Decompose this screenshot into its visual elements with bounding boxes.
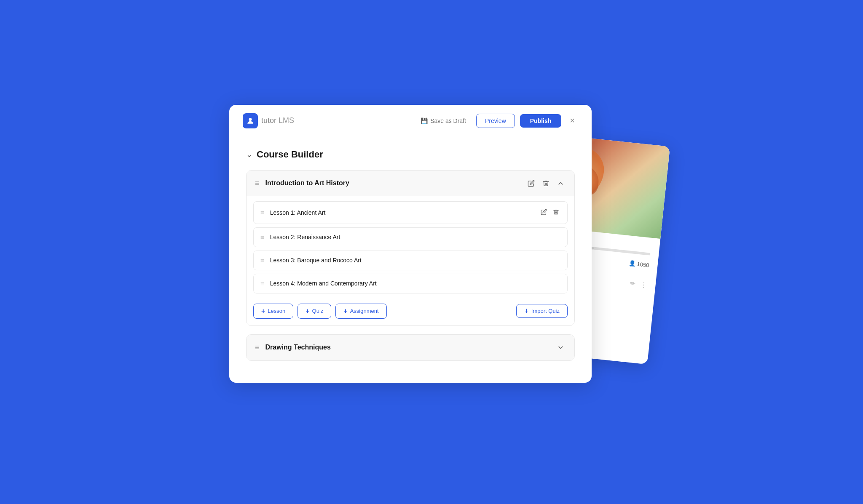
tutor-logo-icon <box>243 113 258 128</box>
lesson-item-2: ≡ Lesson 2: Renaissance Art <box>253 227 568 247</box>
lesson-name-3: Lesson 3: Baroque and Rococo Art <box>270 257 362 264</box>
section-drawing-title: Drawing Techniques <box>265 344 331 351</box>
course-builder-collapse-icon[interactable]: ⌄ <box>246 150 252 159</box>
add-buttons-left: + Lesson + Quiz + Assignment <box>253 304 387 319</box>
lesson-actions-1 <box>539 208 560 218</box>
lesson-item-4: ≡ Lesson 4: Modern and Contemporary Art <box>253 274 568 293</box>
lesson-drag-icon-3[interactable]: ≡ <box>260 257 264 264</box>
publish-button[interactable]: Publish <box>520 114 562 128</box>
add-quiz-plus-icon: + <box>306 307 309 315</box>
add-assignment-plus-icon: + <box>343 307 347 315</box>
modal-body: ⌄ Course Builder ≡ Introduction to Art H… <box>229 137 592 381</box>
logo-text: tutor LMS <box>261 116 294 125</box>
section-drawing-actions <box>555 342 566 353</box>
lesson-name-4: Lesson 4: Modern and Contemporary Art <box>270 280 377 287</box>
lessons-list: ≡ Lesson 1: Ancient Art <box>247 196 574 299</box>
lesson-item-1: ≡ Lesson 1: Ancient Art <box>253 201 568 224</box>
import-quiz-button[interactable]: ⬇ Import Quiz <box>516 304 568 318</box>
section-drawing-header-left: ≡ Drawing Techniques <box>255 343 331 352</box>
section-delete-button[interactable] <box>541 178 551 189</box>
lesson-drag-icon-4[interactable]: ≡ <box>260 280 264 287</box>
add-buttons-row: + Lesson + Quiz + Assignment ⬇ <box>247 299 574 325</box>
course-builder-header: ⌄ Course Builder <box>246 149 575 160</box>
bg-card-edit-icon[interactable]: ✏ <box>630 279 636 288</box>
section-intro-header-left: ≡ Introduction to Art History <box>255 179 349 188</box>
section-drawing-header: ≡ Drawing Techniques <box>247 335 574 360</box>
course-builder-title: Course Builder <box>257 149 323 160</box>
bg-card-students: 👤 1050 <box>628 260 649 268</box>
preview-button[interactable]: Preview <box>476 114 515 128</box>
bg-card-more-icon[interactable]: ⋮ <box>640 280 648 289</box>
logo: tutor LMS <box>243 113 294 128</box>
svg-point-0 <box>249 118 252 121</box>
add-assignment-button[interactable]: + Assignment <box>335 304 386 319</box>
section-drag-icon[interactable]: ≡ <box>255 179 260 188</box>
lesson-drag-icon-1[interactable]: ≡ <box>260 209 264 216</box>
add-lesson-plus-icon: + <box>261 307 265 315</box>
section-drawing-expand-button[interactable] <box>555 342 566 353</box>
close-button[interactable]: × <box>566 114 578 127</box>
main-modal: tutor LMS 💾 Save as Draft Preview Publis… <box>229 105 592 383</box>
section-intro-title: Introduction to Art History <box>265 179 349 187</box>
lesson-name-1: Lesson 1: Ancient Art <box>270 209 326 216</box>
section-intro-header: ≡ Introduction to Art History <box>247 171 574 196</box>
lesson-name-2: Lesson 2: Renaissance Art <box>270 234 340 240</box>
header-actions: 💾 Save as Draft Preview Publish × <box>415 114 578 128</box>
lesson-edit-button-1[interactable] <box>539 208 548 218</box>
section-intro-actions <box>526 178 566 189</box>
lesson-item-3: ≡ Lesson 3: Baroque and Rococo Art <box>253 251 568 270</box>
modal-header: tutor LMS 💾 Save as Draft Preview Publis… <box>229 105 592 137</box>
save-icon: 💾 <box>421 117 428 124</box>
section-edit-button[interactable] <box>526 178 536 189</box>
section-drawing-techniques: ≡ Drawing Techniques <box>246 334 575 361</box>
import-icon: ⬇ <box>524 308 529 314</box>
section-drawing-drag-icon[interactable]: ≡ <box>255 343 260 352</box>
add-lesson-button[interactable]: + Lesson <box>253 304 293 319</box>
save-draft-button[interactable]: 💾 Save as Draft <box>415 114 471 128</box>
lesson-drag-icon-2[interactable]: ≡ <box>260 234 264 241</box>
add-quiz-button[interactable]: + Quiz <box>297 304 331 319</box>
section-intro-art-history: ≡ Introduction to Art History <box>246 170 575 326</box>
section-collapse-button[interactable] <box>555 178 566 189</box>
lesson-delete-button-1[interactable] <box>552 208 560 218</box>
